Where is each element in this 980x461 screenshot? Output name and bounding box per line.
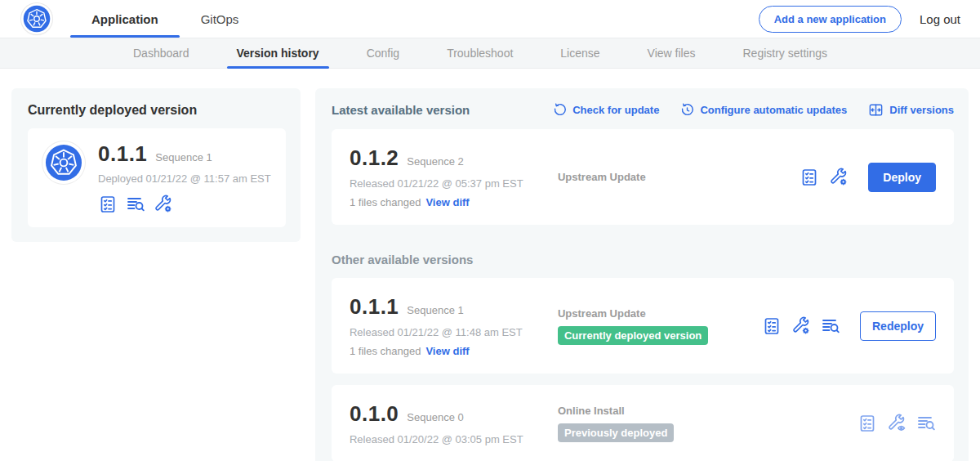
version-number: 0.1.2 — [350, 145, 399, 171]
logs-icon[interactable] — [126, 195, 145, 214]
version-number: 0.1.0 — [350, 401, 399, 427]
tab-application-label: Application — [91, 12, 158, 26]
wrench-gear-icon[interactable] — [154, 195, 173, 214]
configure-automatic-updates-link[interactable]: Configure automatic updates — [680, 103, 847, 117]
currently-deployed-panel: Currently deployed version 0.1.1 Sequenc… — [11, 88, 301, 242]
app-subnav: Dashboard Version history Config Trouble… — [0, 38, 980, 69]
deployed-version-number: 0.1.1 — [98, 141, 147, 167]
tab-gitops-label: GitOps — [201, 12, 239, 26]
files-changed-label: 1 files changed — [350, 196, 421, 208]
subnav-tab-license-label: License — [560, 47, 599, 60]
deployed-sequence-label: Sequence 1 — [155, 151, 212, 163]
kubernetes-logo-icon — [23, 5, 51, 33]
diff-icon — [868, 102, 884, 118]
version-source-label: Upstream Update — [558, 171, 762, 183]
logs-icon[interactable] — [916, 414, 936, 433]
tab-gitops[interactable]: GitOps — [180, 0, 261, 38]
latest-available-title: Latest available version — [332, 103, 470, 117]
released-timestamp: Released 01/21/22 @ 11:48 am EST — [350, 326, 558, 338]
logout-button[interactable]: Log out — [920, 12, 960, 26]
diff-versions-link[interactable]: Diff versions — [868, 102, 954, 118]
view-diff-link[interactable]: View diff — [425, 196, 469, 208]
subnav-tab-view-files[interactable]: View files — [648, 38, 696, 68]
subnav-tab-troubleshoot-label: Troubleshoot — [447, 47, 513, 60]
version-history-panel: Latest available version Check for updat… — [315, 88, 969, 461]
header-tabs: Application GitOps — [70, 0, 260, 38]
version-source-label: Online Install — [558, 405, 762, 417]
wrench-gear-icon[interactable] — [791, 316, 811, 336]
subnav-tab-license[interactable]: License — [560, 38, 599, 68]
sequence-label: Sequence 2 — [407, 155, 463, 168]
configure-automatic-updates-label: Configure automatic updates — [700, 104, 847, 116]
released-timestamp: Released 01/20/22 @ 03:05 pm EST — [350, 433, 558, 445]
subnav-tab-registry-settings-label: Registry settings — [742, 47, 826, 60]
subnav-tab-registry-settings[interactable]: Registry settings — [742, 38, 826, 68]
kubernetes-logo-icon — [45, 144, 82, 181]
subnav-tab-version-history[interactable]: Version history — [237, 38, 319, 68]
checklist-icon[interactable] — [858, 414, 877, 433]
checklist-icon[interactable] — [98, 195, 118, 214]
subnav-tab-version-history-label: Version history — [237, 47, 319, 60]
app-logo — [42, 141, 85, 184]
version-source-label: Upstream Update — [558, 307, 762, 320]
deploy-button[interactable]: Deploy — [868, 163, 936, 192]
previously-deployed-badge: Previously deployed — [558, 423, 674, 442]
version-card-0-1-2: 0.1.2 Sequence 2 Released 01/21/22 @ 05:… — [332, 129, 954, 225]
logs-icon[interactable] — [821, 316, 840, 336]
check-for-update-link[interactable]: Check for update — [553, 103, 659, 117]
version-card-0-1-1: 0.1.1 Sequence 1 Released 01/21/22 @ 11:… — [332, 278, 954, 374]
subnav-tab-dashboard[interactable]: Dashboard — [133, 38, 189, 68]
check-for-update-label: Check for update — [572, 104, 659, 116]
currently-deployed-badge: Currently deployed version — [558, 326, 708, 345]
sequence-label: Sequence 0 — [407, 411, 463, 423]
other-versions-title: Other available versions — [332, 253, 954, 266]
redeploy-button[interactable]: Redeploy — [860, 311, 936, 341]
tab-application[interactable]: Application — [70, 0, 180, 38]
currently-deployed-title: Currently deployed version — [28, 103, 286, 118]
wrench-eye-icon[interactable] — [887, 414, 906, 433]
wrench-gear-icon[interactable] — [829, 168, 849, 187]
subnav-tab-config-label: Config — [367, 47, 399, 60]
subnav-tab-config[interactable]: Config — [367, 38, 399, 68]
refresh-icon — [553, 103, 567, 117]
auto-update-icon — [680, 103, 694, 117]
checklist-icon[interactable] — [762, 316, 782, 336]
diff-versions-label: Diff versions — [889, 104, 954, 116]
subnav-tab-troubleshoot[interactable]: Troubleshoot — [447, 38, 513, 68]
subnav-tab-dashboard-label: Dashboard — [133, 47, 189, 60]
files-changed-label: 1 files changed — [350, 345, 421, 357]
version-card-0-1-0: 0.1.0 Sequence 0 Released 01/20/22 @ 03:… — [332, 385, 954, 461]
deployed-version-card: 0.1.1 Sequence 1 Deployed 01/21/22 @ 11:… — [28, 128, 286, 227]
subnav-tab-view-files-label: View files — [648, 47, 696, 60]
app-header: Application GitOps Add a new application… — [0, 0, 980, 38]
sequence-label: Sequence 1 — [407, 304, 463, 316]
deployed-timestamp: Deployed 01/21/22 @ 11:57 am EST — [98, 172, 271, 185]
released-timestamp: Released 01/21/22 @ 05:37 pm EST — [350, 177, 558, 190]
checklist-icon[interactable] — [800, 168, 819, 187]
view-diff-link[interactable]: View diff — [425, 345, 469, 357]
version-number: 0.1.1 — [350, 294, 399, 320]
kubernetes-logo — [21, 3, 52, 34]
add-application-button[interactable]: Add a new application — [759, 6, 902, 33]
